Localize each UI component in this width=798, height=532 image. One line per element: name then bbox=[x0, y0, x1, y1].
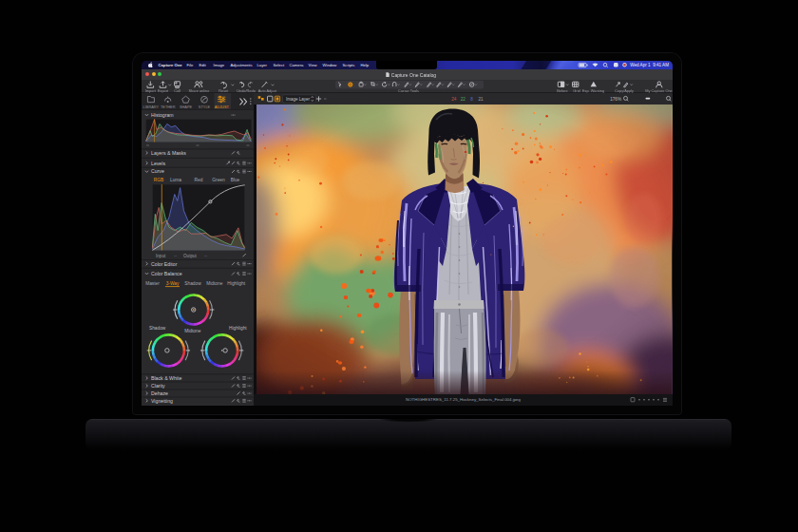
svg-text:Auto Adjust: Auto Adjust bbox=[257, 88, 277, 93]
svg-text:ADJUST: ADJUST bbox=[214, 104, 229, 109]
svg-text:Output: Output bbox=[183, 253, 198, 257]
svg-text:Shadow: Shadow bbox=[149, 325, 166, 330]
svg-text:Color Balance: Color Balance bbox=[151, 270, 182, 276]
svg-text:Histogram: Histogram bbox=[151, 111, 174, 117]
svg-text:Shadow: Shadow bbox=[184, 281, 201, 286]
svg-text:Master: Master bbox=[145, 281, 160, 286]
svg-text:Color Editor: Color Editor bbox=[151, 260, 178, 266]
svg-text:Highlight: Highlight bbox=[229, 325, 247, 330]
svg-text:--: -- bbox=[204, 253, 208, 257]
svg-text:Import: Import bbox=[144, 88, 156, 93]
svg-text:Before: Before bbox=[557, 88, 567, 93]
svg-text:22: 22 bbox=[461, 97, 466, 102]
svg-text:Grid: Grid bbox=[573, 88, 580, 93]
svg-text:Highlight: Highlight bbox=[227, 281, 245, 286]
svg-text:Export: Export bbox=[157, 88, 168, 93]
svg-text:Image Layer: Image Layer bbox=[286, 97, 311, 102]
svg-text:Blue: Blue bbox=[230, 178, 239, 182]
svg-text:LIBRARY: LIBRARY bbox=[142, 104, 159, 109]
svg-text:Dehaze: Dehaze bbox=[151, 390, 168, 395]
svg-text:Green: Green bbox=[212, 178, 225, 182]
svg-text:My Capture One: My Capture One bbox=[645, 88, 673, 93]
svg-text:24: 24 bbox=[451, 97, 457, 102]
svg-text:TETHER: TETHER bbox=[160, 104, 175, 109]
svg-text:Cursor Tools: Cursor Tools bbox=[398, 88, 419, 93]
svg-text:RGB: RGB bbox=[153, 178, 162, 182]
svg-text:Red: Red bbox=[194, 178, 202, 182]
svg-text:3-Way: 3-Way bbox=[165, 281, 179, 286]
svg-text:--: -- bbox=[174, 253, 178, 257]
svg-text:Midtone: Midtone bbox=[184, 329, 200, 333]
svg-text:STYLE: STYLE bbox=[198, 104, 210, 109]
svg-text:Black & White: Black & White bbox=[151, 374, 181, 380]
svg-text:176%: 176% bbox=[610, 97, 621, 102]
svg-text:Reset: Reset bbox=[218, 88, 229, 93]
svg-text:SHAPE: SHAPE bbox=[179, 104, 192, 109]
svg-text:Clarity: Clarity bbox=[151, 382, 165, 388]
svg-text:Levels: Levels bbox=[151, 160, 165, 165]
svg-text:Copy/Apply: Copy/Apply bbox=[615, 88, 634, 93]
svg-text:Cull: Cull bbox=[174, 88, 180, 93]
svg-text:Undo/Redo: Undo/Redo bbox=[237, 88, 256, 93]
svg-text:Layers & Masks: Layers & Masks bbox=[151, 149, 186, 155]
svg-text:Curve: Curve bbox=[151, 168, 164, 174]
svg-text:Vignetting: Vignetting bbox=[151, 397, 173, 403]
svg-text:8: 8 bbox=[470, 97, 473, 102]
svg-text:Input: Input bbox=[156, 253, 166, 257]
svg-text:Exp. Warning: Exp. Warning bbox=[581, 88, 603, 93]
svg-text:21: 21 bbox=[479, 97, 484, 102]
svg-text:Luma: Luma bbox=[170, 178, 181, 182]
svg-text:Midtone: Midtone bbox=[206, 281, 222, 286]
svg-text:Share online: Share online bbox=[188, 88, 209, 93]
